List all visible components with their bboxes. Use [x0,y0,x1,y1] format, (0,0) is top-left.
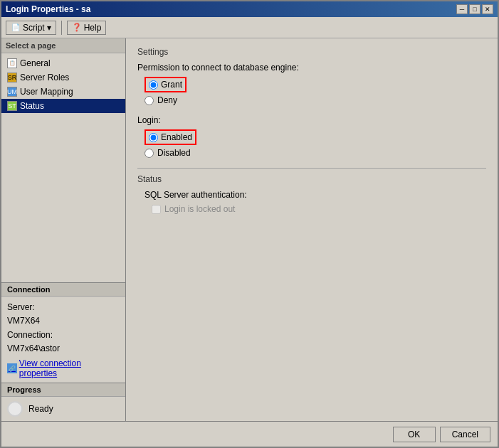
permission-group: Permission to connect to database engine… [137,63,486,105]
deny-option[interactable]: Deny [145,95,486,105]
status-icon: ST [7,101,17,111]
connection-link-icon: 🔗 [7,363,17,373]
grant-highlighted: Grant [145,77,187,92]
progress-spinner [7,401,23,417]
sidebar-user-mapping-label: User Mapping [20,87,73,97]
grant-label[interactable]: Grant [161,80,182,90]
login-locked-checkbox[interactable] [152,205,161,214]
grant-radio[interactable] [149,80,158,90]
server-value: VM7X64 [7,314,120,328]
restore-button[interactable]: □ [469,4,480,14]
ok-button[interactable]: OK [393,427,436,442]
general-icon: 📋 [7,58,17,68]
deny-radio[interactable] [145,96,154,105]
minimize-button[interactable]: ─ [456,4,468,14]
close-button[interactable]: ✕ [482,4,493,14]
sidebar-status-label: Status [20,101,44,111]
progress-title: Progress [1,383,125,397]
footer: OK Cancel [1,421,498,447]
sidebar-item-status[interactable]: ST Status [1,99,125,113]
login-group: Login: Enabled Disabled [137,115,486,158]
progress-ready: Ready [7,401,120,417]
sidebar-section-label: Select a page [1,38,125,53]
login-locked-label: Login is locked out [164,204,235,214]
sidebar-nav: 📋 General SR Server Roles UM User Mappin… [1,53,125,282]
title-bar: Login Properties - sa ─ □ ✕ [1,1,498,17]
help-label: Help [84,23,102,33]
window-title: Login Properties - sa [6,4,90,14]
sidebar-server-roles-label: Server Roles [20,73,69,82]
script-button[interactable]: 📄 Script ▾ [6,21,56,35]
connection-title: Connection [1,283,125,297]
sql-auth-label: SQL Server authentication: [145,190,486,200]
help-icon: ❓ [72,23,82,33]
sidebar-item-server-roles[interactable]: SR Server Roles [1,70,125,85]
script-label: Script [23,23,45,33]
enabled-radio[interactable] [149,133,158,142]
user-mapping-icon: UM [7,87,17,97]
sidebar-general-label: General [20,58,51,68]
script-icon: 📄 [11,23,21,33]
enabled-highlighted: Enabled [145,129,196,145]
server-roles-icon: SR [7,73,17,82]
status-group: Status SQL Server authentication: Login … [137,174,486,214]
connection-value: VM7x64\astor [7,342,120,356]
connection-section: Connection Server: VM7X64 Connection: VM… [1,282,125,383]
login-locked-option: Login is locked out [152,204,486,214]
content-area: Settings Permission to connect to databa… [126,38,498,421]
status-header: Status [137,174,486,184]
view-connection-properties-link[interactable]: 🔗 View connection properties [7,358,120,378]
main-window: Login Properties - sa ─ □ ✕ 📄 Script ▾ ❓… [0,0,499,448]
grant-option[interactable]: Grant [145,77,486,92]
settings-header: Settings [137,47,486,57]
connection-label: Connection: [7,329,120,342]
help-button[interactable]: ❓ Help [67,21,107,35]
login-label: Login: [137,115,486,125]
server-label: Server: [7,301,120,314]
divider [137,168,486,169]
deny-label[interactable]: Deny [157,95,177,105]
enabled-label[interactable]: Enabled [161,132,192,142]
sidebar-item-general[interactable]: 📋 General [1,56,125,70]
connection-info: Server: VM7X64 Connection: VM7x64\astor [7,301,120,356]
connection-link-text: View connection properties [19,358,120,378]
window-controls: ─ □ ✕ [456,4,493,14]
toolbar: 📄 Script ▾ ❓ Help [1,17,498,38]
cancel-button[interactable]: Cancel [440,427,490,442]
disabled-label[interactable]: Disabled [157,148,191,158]
progress-section: Progress Ready [1,383,125,421]
enabled-option[interactable]: Enabled [145,129,486,145]
progress-status: Ready [28,404,53,414]
main-content: Select a page 📋 General SR Server Roles … [1,38,498,421]
disabled-option[interactable]: Disabled [145,148,486,158]
sidebar: Select a page 📋 General SR Server Roles … [1,38,126,421]
toolbar-separator [61,21,62,35]
script-dropdown-icon: ▾ [47,23,51,33]
sidebar-item-user-mapping[interactable]: UM User Mapping [1,85,125,99]
permission-label: Permission to connect to database engine… [137,63,486,73]
disabled-radio[interactable] [145,149,154,158]
